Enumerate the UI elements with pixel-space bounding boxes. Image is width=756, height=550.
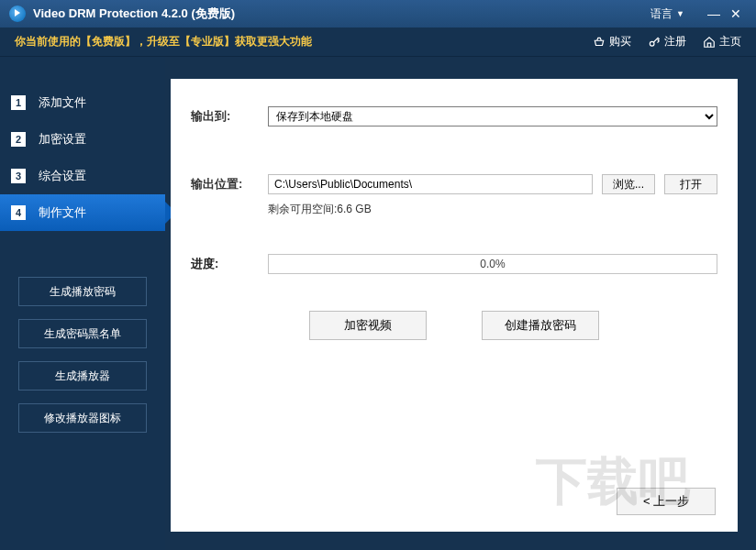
step-number: 1 (11, 95, 26, 110)
progress-row: 进度: 0.0% (191, 254, 717, 274)
free-space-label: 剩余可用空间: (268, 203, 337, 215)
sidebar: 1 添加文件 2 加密设置 3 综合设置 4 制作文件 生成播放密码 生成密码黑… (0, 57, 165, 550)
previous-step-button[interactable]: < 上一步 (617, 488, 716, 515)
gen-player-button[interactable]: 生成播放器 (18, 361, 147, 390)
app-logo-icon (9, 6, 26, 22)
title-bar: Video DRM Protection 4.2.0 (免费版) 语言 ▼ — … (0, 0, 756, 28)
output-to-select-wrap: 保存到本地硬盘 (268, 106, 717, 126)
language-label: 语言 (650, 6, 673, 22)
encrypt-video-button[interactable]: 加密视频 (309, 311, 427, 340)
progress-label: 进度: (191, 256, 268, 272)
output-to-label: 输出到: (191, 108, 268, 125)
action-row: 加密视频 创建播放密码 (191, 311, 717, 340)
gen-blacklist-button[interactable]: 生成密码黑名单 (18, 319, 147, 348)
browse-button[interactable]: 浏览... (602, 174, 655, 194)
promo-message: 你当前使用的【免费版】，升级至【专业版】获取更强大功能 (15, 34, 593, 50)
step-number: 4 (11, 205, 26, 220)
step-number: 3 (11, 169, 26, 183)
free-space-info: 剩余可用空间:6.6 GB (268, 202, 717, 217)
register-link[interactable]: 注册 (648, 34, 686, 50)
step-label: 加密设置 (39, 131, 86, 148)
chevron-down-icon: ▼ (676, 9, 684, 18)
promo-bar: 你当前使用的【免费版】，升级至【专业版】获取更强大功能 购买 注册 主页 (0, 28, 756, 57)
gen-play-password-button[interactable]: 生成播放密码 (18, 277, 147, 306)
step-label: 制作文件 (39, 204, 86, 221)
sidebar-buttons: 生成播放密码 生成密码黑名单 生成播放器 修改播放器图标 (0, 277, 165, 433)
minimize-button[interactable]: — (703, 6, 725, 21)
free-space-value: 6.6 GB (337, 203, 371, 215)
step-label: 添加文件 (39, 94, 86, 111)
sidebar-step-add-files[interactable]: 1 添加文件 (0, 84, 165, 121)
output-path-input[interactable] (268, 174, 593, 194)
output-path-label: 输出位置: (191, 176, 268, 192)
sidebar-step-encrypt-settings[interactable]: 2 加密设置 (0, 121, 165, 158)
content-panel: 输出到: 保存到本地硬盘 输出位置: 浏览... 打开 剩余可用空间:6.6 G… (171, 79, 738, 532)
output-path-field-wrap: 浏览... 打开 (268, 174, 717, 194)
language-dropdown[interactable]: 语言 ▼ (650, 6, 684, 22)
close-button[interactable]: ✕ (725, 6, 747, 21)
create-play-password-button[interactable]: 创建播放密码 (482, 311, 599, 340)
output-to-select[interactable]: 保存到本地硬盘 (268, 106, 717, 126)
main-area: 1 添加文件 2 加密设置 3 综合设置 4 制作文件 生成播放密码 生成密码黑… (0, 57, 756, 550)
app-title: Video DRM Protection 4.2.0 (免费版) (33, 6, 650, 22)
svg-point-0 (650, 41, 654, 46)
modify-player-icon-button[interactable]: 修改播放器图标 (18, 403, 147, 433)
output-to-row: 输出到: 保存到本地硬盘 (191, 106, 717, 126)
buy-label: 购买 (609, 34, 631, 50)
home-label: 主页 (719, 34, 741, 50)
register-label: 注册 (664, 34, 686, 50)
sidebar-step-make-file[interactable]: 4 制作文件 (0, 194, 165, 231)
sidebar-step-general-settings[interactable]: 3 综合设置 (0, 158, 165, 194)
buy-link[interactable]: 购买 (593, 34, 631, 50)
step-number: 2 (11, 132, 26, 147)
home-icon (703, 36, 716, 49)
key-icon (648, 36, 661, 49)
output-path-row: 输出位置: 浏览... 打开 (191, 174, 717, 194)
open-button[interactable]: 打开 (664, 174, 717, 194)
basket-icon (593, 36, 606, 49)
home-link[interactable]: 主页 (703, 34, 741, 50)
progress-value: 0.0% (480, 258, 505, 270)
header-links: 购买 注册 主页 (593, 34, 741, 50)
progress-bar: 0.0% (268, 254, 717, 274)
step-label: 综合设置 (39, 168, 86, 184)
